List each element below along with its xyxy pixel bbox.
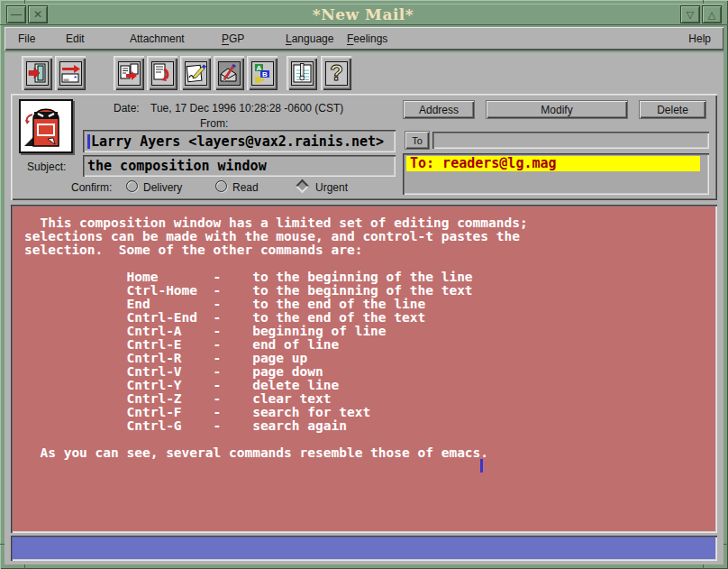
from-label: From: [200, 117, 228, 130]
menubar: File Edit Attachment PGP Language Feelin… [5, 27, 723, 50]
urgent-label: Urgent [315, 181, 348, 194]
read-label: Read [232, 181, 259, 194]
address-button[interactable]: Address [403, 100, 475, 119]
spellcheck-icon [218, 61, 241, 86]
alias-button[interactable]: A B [247, 56, 278, 90]
help-icon: ? [325, 61, 348, 86]
recipient-row-selected[interactable]: To: readers@lg.mag [406, 156, 700, 171]
recipient-list[interactable]: To: readers@lg.mag [403, 153, 709, 195]
menu-edit[interactable]: Edit [66, 32, 85, 45]
menu-help[interactable]: Help [688, 32, 711, 45]
signature-button[interactable] [180, 56, 211, 90]
to-type-button[interactable]: To [405, 131, 430, 150]
subject-label: Subject: [27, 161, 66, 173]
delete-button[interactable]: Delete [639, 100, 706, 119]
insert-file-button[interactable] [114, 56, 144, 90]
menu-language[interactable]: Language [286, 32, 333, 45]
titlebar[interactable]: — ✕ *New Mail* ▽ △ [5, 4, 723, 25]
send-button[interactable]: * [55, 56, 86, 90]
requeue-icon [151, 61, 174, 86]
svg-text:B: B [262, 70, 268, 78]
header-panel: Date: Tue, 17 Dec 1996 10:28:28 -0600 (C… [11, 94, 717, 200]
text-caret [87, 134, 90, 149]
menu-file[interactable]: File [18, 32, 35, 45]
date-value: Tue, 17 Dec 1996 10:28:28 -0600 (CST) [150, 102, 343, 115]
date-label: Date: [114, 102, 140, 115]
menu-feelings[interactable]: Feelings [347, 32, 387, 45]
modify-button[interactable]: Modify [486, 100, 628, 119]
body-text-caret [480, 459, 483, 473]
close-button[interactable]: ✕ [28, 5, 48, 23]
requeue-button[interactable] [147, 56, 177, 90]
expand-button[interactable]: △ [702, 5, 722, 23]
expand-up-icon: △ [708, 10, 715, 20]
minimize-button[interactable]: — [6, 5, 26, 23]
menu-pgp[interactable]: PGP [222, 32, 244, 45]
minimize-icon: — [11, 9, 22, 20]
help-button[interactable]: ? [321, 56, 351, 90]
status-bar [11, 536, 717, 561]
message-body-editor[interactable]: This composition window has a limited se… [11, 205, 717, 533]
shade-down-icon: ▽ [687, 10, 694, 20]
from-field[interactable]: Larry Ayers <layers@vax2.rainis.net> [83, 130, 396, 152]
signature-icon [185, 61, 207, 86]
menu-attachment[interactable]: Attachment [130, 32, 185, 45]
headers-note-icon [291, 61, 314, 86]
insert-file-icon [118, 61, 141, 86]
spellcheck-button[interactable] [214, 56, 244, 90]
shade-button[interactable]: ▽ [680, 5, 700, 23]
svg-text:?: ? [330, 62, 343, 85]
read-radio[interactable] [215, 180, 227, 192]
exit-icon [26, 61, 49, 86]
urgent-toggle[interactable] [296, 179, 310, 194]
message-body-text: This composition window has a limited se… [11, 205, 717, 460]
delivery-label: Delivery [143, 181, 182, 194]
subject-field[interactable]: the composition window [83, 155, 396, 177]
client-area: * [5, 52, 723, 564]
confirm-label: Confirm: [71, 181, 112, 194]
alias-ab-icon: A B [251, 61, 274, 86]
headers-button[interactable] [287, 56, 317, 90]
window-title: *New Mail* [48, 5, 678, 23]
delivery-radio[interactable] [126, 180, 138, 192]
mailbox-logo [19, 99, 73, 153]
send-mail-icon: * [59, 61, 82, 86]
close-icon: ✕ [33, 9, 42, 20]
exit-button[interactable] [22, 56, 52, 90]
new-mail-window: — ✕ *New Mail* ▽ △ File Edit Attachment … [0, 0, 728, 569]
to-input[interactable] [432, 132, 709, 149]
